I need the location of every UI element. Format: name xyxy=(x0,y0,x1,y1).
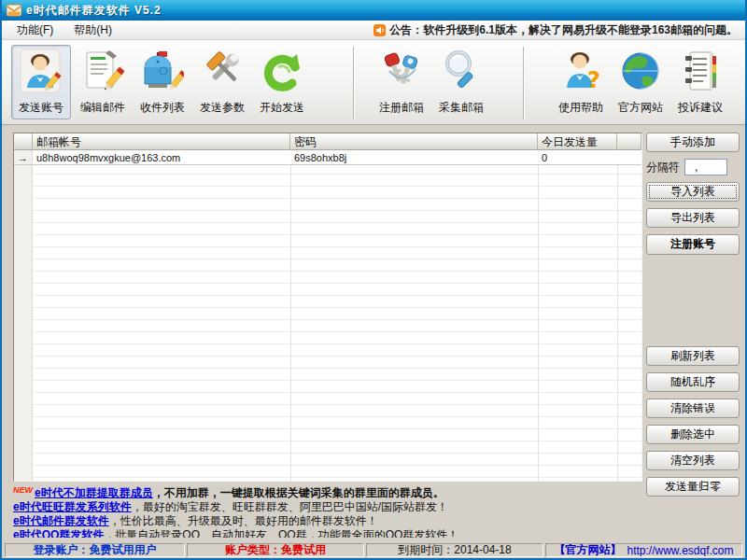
toolbar-send-account[interactable]: 发送账号 xyxy=(11,45,71,119)
toolbar-separator xyxy=(523,47,524,119)
toolbar-label: 采集邮箱 xyxy=(439,100,484,116)
toolbar-website[interactable]: 官方网站 xyxy=(611,45,670,119)
toolbar-label: 注册邮箱 xyxy=(379,100,424,116)
register-mailbox-icon xyxy=(378,46,425,98)
svg-text:?: ? xyxy=(587,67,600,93)
column-header-password[interactable]: 密码 xyxy=(290,133,538,150)
toolbar-label: 官方网站 xyxy=(618,100,663,116)
delete-selected-button[interactable]: 删除选中 xyxy=(646,425,740,444)
toolbar-collect-mailbox[interactable]: 采集邮箱 xyxy=(431,45,491,119)
separator-row: 分隔符 xyxy=(646,158,740,176)
current-row-arrow: → xyxy=(14,150,33,164)
recipient-list-icon xyxy=(139,46,186,98)
new-badge: NEW xyxy=(13,485,33,495)
toolbar-send-params[interactable]: 发送参数 xyxy=(192,45,252,119)
feedback-icon xyxy=(677,46,724,98)
toolbar-help[interactable]: ? 使用帮助 xyxy=(551,45,611,119)
promo-line: e时代旺旺群发系列软件，最好的淘宝群发、旺旺群群发、阿里巴巴中国站/国际站群发！ xyxy=(13,500,642,514)
account-table: 邮箱帐号 密码 今日发送量 → u8h8woq98mvxgkue@163.com… xyxy=(13,133,642,482)
clear-list-button[interactable]: 清空列表 xyxy=(646,451,740,470)
cell-account: u8h8woq98mvxgkue@163.com xyxy=(33,150,290,164)
start-send-icon xyxy=(259,46,305,98)
status-account-type: 账户类型：免费试用 xyxy=(187,543,364,557)
app-mail-icon xyxy=(7,4,21,17)
column-header-account[interactable]: 邮箱帐号 xyxy=(33,133,290,150)
toolbar-start-send[interactable]: 开始发送 xyxy=(252,45,312,119)
status-bar: 登录账户：免费试用用户 账户类型：免费试用 到期时间：2014-04-18 【官… xyxy=(2,542,745,558)
send-account-icon xyxy=(18,46,64,98)
manual-add-button[interactable]: 手动添加 xyxy=(646,133,740,152)
official-site-url[interactable]: http://www.esdqf.com xyxy=(627,544,733,557)
toolbar-label: 发送账号 xyxy=(19,100,63,116)
edit-mail-icon xyxy=(79,46,126,98)
status-login-account: 登录账户：免费试用用户 xyxy=(5,543,185,557)
toolbar-label: 发送参数 xyxy=(200,100,245,116)
official-site-label: 【官方网站】 xyxy=(554,543,621,557)
announcement-text: 公告：软件升级到6.1版本，解决了网易升级不能登录163邮箱的问题。 xyxy=(389,22,738,38)
promo-link-group-extract[interactable]: e时代不加群提取群成员 xyxy=(35,486,153,499)
promo-link-wangwang[interactable]: e时代旺旺群发系列软件 xyxy=(13,500,132,513)
table-body: → u8h8woq98mvxgkue@163.com 69s8ohxb8j 0 xyxy=(14,150,641,481)
table-header: 邮箱帐号 密码 今日发送量 xyxy=(14,133,641,150)
reset-sent-count-button[interactable]: 发送量归零 xyxy=(646,477,740,497)
toolbar-feedback[interactable]: 投诉建议 xyxy=(670,45,730,119)
promo-line: e时代QQ群发软件，批量自动登录QQ、自动加好友、QQ群，功能最全面的QQ群发软… xyxy=(13,528,642,538)
column-header-today-sent[interactable]: 今日发送量 xyxy=(538,133,617,150)
main-area: 邮箱帐号 密码 今日发送量 → u8h8woq98mvxgkue@163.com… xyxy=(2,125,745,542)
toolbar-label: 编辑邮件 xyxy=(80,100,125,116)
import-list-button[interactable]: 导入列表 xyxy=(646,182,740,202)
toolbar-register-mailbox[interactable]: 注册邮箱 xyxy=(372,45,431,119)
random-shuffle-button[interactable]: 随机乱序 xyxy=(646,372,740,392)
separator-label: 分隔符 xyxy=(646,160,680,175)
export-list-button[interactable]: 导出列表 xyxy=(646,208,740,228)
toolbar-label: 投诉建议 xyxy=(678,100,723,116)
menu-help[interactable]: 帮助(H) xyxy=(66,21,120,40)
promo-area: NEWe时代不加群提取群成员，不用加群，一键提取根据关键词采集的群里面的群成员。… xyxy=(13,483,642,538)
toolbar-separator xyxy=(353,47,354,119)
website-icon xyxy=(617,46,664,98)
toolbar-label: 收件列表 xyxy=(140,100,185,116)
collect-mailbox-icon xyxy=(438,46,485,98)
toolbar-label: 使用帮助 xyxy=(558,100,603,116)
title-bar: e时代邮件群发软件 V5.2 xyxy=(2,0,745,21)
app-window: e时代邮件群发软件 V5.2 功能(F) 帮助(H) 公告：软件升级到6.1版本… xyxy=(0,0,747,560)
speaker-icon xyxy=(374,24,386,36)
cell-password: 69s8ohxb8j xyxy=(290,150,538,164)
window-title: e时代邮件群发软件 V5.2 xyxy=(26,3,162,19)
table-row[interactable]: → u8h8woq98mvxgkue@163.com 69s8ohxb8j 0 xyxy=(14,150,641,165)
column-header-extra xyxy=(617,133,641,150)
menu-bar: 功能(F) 帮助(H) 公告：软件升级到6.1版本，解决了网易升级不能登录163… xyxy=(2,21,745,40)
clear-errors-button[interactable]: 清除错误 xyxy=(646,399,740,418)
status-expiry-date: 到期时间：2014-04-18 xyxy=(366,543,543,557)
cell-today-sent: 0 xyxy=(538,150,617,164)
toolbar-recipient-list[interactable]: 收件列表 xyxy=(133,45,192,119)
promo-link-qq[interactable]: e时代QQ群发软件 xyxy=(13,528,104,538)
separator-input[interactable] xyxy=(684,159,727,175)
column-header-selector xyxy=(14,133,33,150)
toolbar: 发送账号 编辑邮件 xyxy=(2,40,745,125)
send-params-icon xyxy=(199,46,246,98)
help-icon: ? xyxy=(557,46,604,98)
toolbar-edit-mail[interactable]: 编辑邮件 xyxy=(73,45,133,119)
side-panel: 手动添加 分隔符 导入列表 导出列表 注册账号 刷新列表 随机乱序 清除错误 删… xyxy=(644,133,741,534)
register-account-button[interactable]: 注册账号 xyxy=(646,234,740,255)
refresh-list-button[interactable]: 刷新列表 xyxy=(646,346,740,366)
menu-function[interactable]: 功能(F) xyxy=(9,21,61,40)
toolbar-label: 开始发送 xyxy=(260,100,304,116)
promo-line: NEWe时代不加群提取群成员，不用加群，一键提取根据关键词采集的群里面的群成员。 xyxy=(13,483,642,500)
promo-line: e时代邮件群发软件，性价比最高、升级最及时、最好用的邮件群发软件！ xyxy=(13,514,642,528)
promo-link-email[interactable]: e时代邮件群发软件 xyxy=(13,514,109,527)
row-selector-column xyxy=(14,150,33,481)
status-official-site: 【官方网站】 http://www.esdqf.com xyxy=(545,543,742,557)
announcement: 公告：软件升级到6.1版本，解决了网易升级不能登录163邮箱的问题。 xyxy=(374,22,738,38)
